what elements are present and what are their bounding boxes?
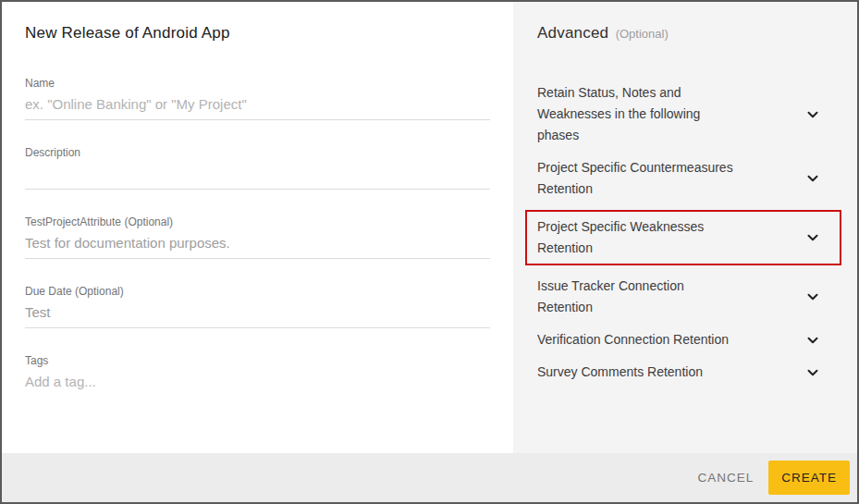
- due-date-input[interactable]: [25, 300, 490, 328]
- description-label: Description: [25, 146, 490, 159]
- advanced-title: Advanced: [537, 24, 608, 42]
- tags-input[interactable]: [25, 369, 490, 397]
- chevron-down-icon[interactable]: [805, 289, 820, 304]
- name-input[interactable]: [25, 92, 490, 120]
- accordion-item-label: Retain Status, Notes and Weaknesses in t…: [537, 82, 700, 146]
- dialog-body: New Release of Android App Name Descript…: [2, 2, 857, 453]
- due-date-field-group: Due Date (Optional): [25, 285, 490, 328]
- chevron-down-icon[interactable]: [805, 230, 820, 245]
- chevron-down-icon[interactable]: [805, 333, 820, 348]
- advanced-item-retain-status-notes-weaknesses[interactable]: Retain Status, Notes and Weaknesses in t…: [537, 77, 833, 152]
- chevron-down-icon[interactable]: [805, 107, 820, 122]
- description-field-group: Description: [25, 146, 490, 190]
- advanced-item-issue-tracker-retention[interactable]: Issue Tracker Connection Retention: [537, 270, 833, 324]
- due-date-label: Due Date (Optional): [25, 285, 490, 298]
- test-project-attribute-field-group: TestProjectAttribute (Optional): [25, 215, 490, 259]
- advanced-item-survey-comments-retention[interactable]: Survey Comments Retention: [537, 356, 833, 388]
- accordion-item-label: Verification Connection Retention: [537, 329, 729, 350]
- release-form-panel: New Release of Android App Name Descript…: [2, 2, 513, 453]
- chevron-down-icon[interactable]: [805, 171, 820, 186]
- test-project-attribute-label: TestProjectAttribute (Optional): [25, 215, 490, 228]
- cancel-button[interactable]: CANCEL: [686, 461, 765, 494]
- description-input[interactable]: [25, 161, 490, 190]
- page-title: New Release of Android App: [25, 24, 490, 43]
- advanced-item-weaknesses-retention[interactable]: Project Specific Weaknesses Retention: [525, 210, 841, 265]
- chevron-down-icon[interactable]: [805, 365, 820, 380]
- advanced-item-verification-retention[interactable]: Verification Connection Retention: [537, 324, 833, 356]
- advanced-subtitle: (Optional): [616, 27, 669, 41]
- advanced-header: Advanced (Optional): [537, 24, 833, 43]
- new-release-dialog: New Release of Android App Name Descript…: [0, 0, 859, 504]
- accordion-item-label: Project Specific Countermeasures Retenti…: [537, 157, 733, 200]
- create-button[interactable]: CREATE: [768, 461, 850, 495]
- dialog-footer: CANCEL CREATE: [2, 453, 857, 502]
- test-project-attribute-input[interactable]: [25, 230, 490, 259]
- tags-field-group: Tags: [25, 354, 490, 397]
- advanced-item-countermeasures-retention[interactable]: Project Specific Countermeasures Retenti…: [537, 152, 833, 205]
- accordion-item-label: Survey Comments Retention: [537, 362, 703, 383]
- accordion-item-label: Project Specific Weaknesses Retention: [537, 216, 704, 259]
- accordion-item-label: Issue Tracker Connection Retention: [537, 276, 684, 318]
- name-label: Name: [25, 77, 490, 90]
- advanced-panel: Advanced (Optional) Retain Status, Notes…: [513, 2, 857, 453]
- tags-label: Tags: [25, 354, 490, 367]
- name-field-group: Name: [25, 77, 490, 120]
